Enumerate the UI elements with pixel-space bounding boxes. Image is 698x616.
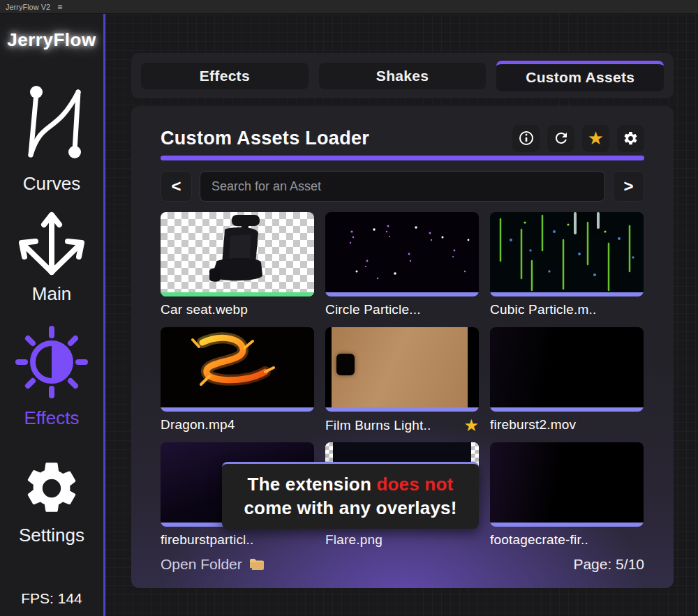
asset-type-bar [490,523,644,527]
custom-assets-panel: Custom Assets Loader [131,106,674,588]
particle-image [490,212,644,292]
sidebar-item-effects[interactable]: Effects [0,407,103,429]
panel-settings-button[interactable] [617,125,644,152]
panel-title: Custom Assets Loader [161,128,369,149]
asset-name: fireburst2.mov [490,417,576,433]
tooltip-text: The extension does not come with any ove… [244,473,456,520]
refresh-icon [553,130,570,147]
dragon-image [161,327,314,407]
prev-page-button[interactable]: < [161,171,192,202]
asset-cell[interactable]: Cubic Particle.m.. [490,212,644,317]
tab-bar: Effects Shakes Custom Assets [131,53,674,98]
search-input[interactable] [200,171,605,202]
fps-counter: FPS: 144 [0,590,103,607]
tab-effects[interactable]: Effects [141,63,309,89]
next-page-button[interactable]: > [613,171,644,202]
panel-toolbar: ★ [512,125,644,152]
bezier-curve-icon[interactable] [0,82,103,163]
asset-thumbnail-car-seat[interactable] [161,212,314,296]
folder-icon [248,557,265,571]
asset-thumbnail-fireburst2[interactable] [490,327,644,412]
asset-type-bar [161,407,314,412]
car-seat-image [188,213,293,292]
asset-cell[interactable]: Circle Particle... [325,212,479,317]
asset-cell[interactable]: Dragon.mp4 [161,327,314,433]
panel-menu-icon[interactable]: ≡ [57,2,62,12]
asset-cell[interactable]: fireburst2.mov [490,327,644,433]
window-title-bar: JerryFlow V2 ≡ [0,0,698,14]
jerryflow-app: JerryFlow V2 ≡ JerryFlow Curves [0,0,698,616]
app-logo: JerryFlow [0,29,103,51]
asset-name: footagecrate-fir.. [490,532,588,548]
panel-header: Custom Assets Loader [161,124,644,152]
asset-name: Film Burns Light.. [325,418,431,433]
tri-arrow-icon[interactable] [0,208,103,278]
overlay-tooltip: The extension does not come with any ove… [222,462,479,529]
gear-icon [623,130,639,147]
asset-thumbnail-cubic-particle[interactable] [490,212,644,296]
panel-footer: Open Folder Page: 5/10 [161,556,644,573]
asset-thumbnail-dragon[interactable] [161,327,314,412]
asset-name: Circle Particle... [325,302,421,317]
accent-underline [161,156,644,160]
main-area: Effects Shakes Custom Assets Custom Asse… [105,14,698,616]
tab-custom-assets[interactable]: Custom Assets [496,61,664,91]
sidebar-item-settings[interactable]: Settings [0,525,103,546]
sidebar-item-curves[interactable]: Curves [0,173,103,195]
sidebar-item-main[interactable]: Main [0,283,103,305]
asset-name: Dragon.mp4 [161,417,235,433]
asset-type-bar [490,407,644,412]
asset-type-bar [325,292,479,296]
star-icon: ★ [588,129,604,147]
asset-name: Car seat.webp [161,302,248,317]
refresh-button[interactable] [547,125,574,152]
tooltip-emphasis: does not [376,474,453,495]
asset-thumbnail-footagecrate[interactable] [490,442,644,527]
info-button[interactable] [512,125,540,152]
gear-icon[interactable] [0,458,103,519]
sidebar: JerryFlow Curves Main [0,14,103,616]
asset-type-bar [161,292,314,296]
search-row: < > [161,171,644,202]
asset-name: Cubic Particle.m.. [490,302,596,317]
half-sun-icon[interactable] [0,323,103,401]
asset-thumbnail-film-burns[interactable] [325,327,479,412]
particle-image [325,212,479,292]
favorite-star-icon[interactable]: ★ [463,417,479,434]
info-icon [518,130,535,147]
asset-name: Flare.png [325,532,383,548]
asset-cell[interactable]: Car seat.webp [161,212,314,317]
tab-shakes[interactable]: Shakes [319,63,487,89]
asset-thumbnail-circle-particle[interactable] [325,212,479,296]
film-hole [336,354,355,375]
window-title: JerryFlow V2 [6,3,50,11]
asset-type-bar [490,292,644,296]
asset-name: fireburstparticl.. [161,532,253,548]
open-folder-button[interactable]: Open Folder [161,556,265,573]
asset-cell[interactable]: Film Burns Light.. ★ [325,327,479,434]
asset-cell[interactable]: footagecrate-fir.. [490,442,644,548]
asset-type-bar [325,407,479,412]
page-indicator: Page: 5/10 [573,556,644,573]
favorites-button[interactable]: ★ [582,125,609,152]
